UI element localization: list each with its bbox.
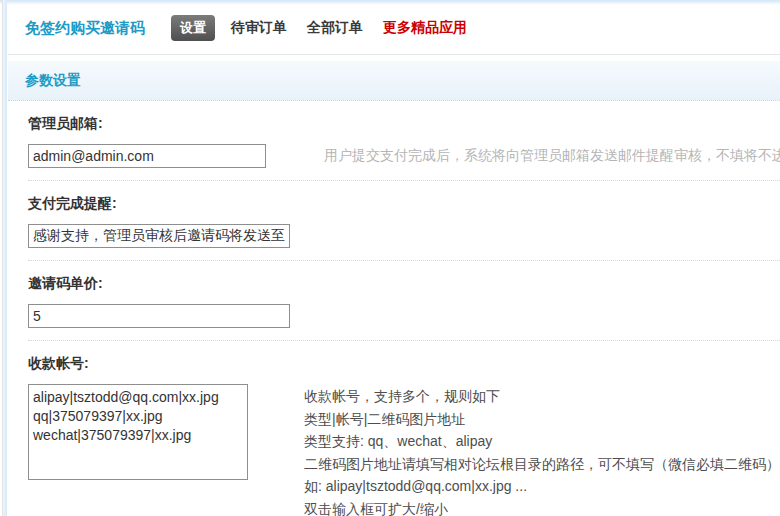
payee-account-textarea[interactable]: alipay|tsztodd@qq.com|xx.jpg qq|37507939…: [28, 384, 248, 480]
invite-price-row: [28, 304, 780, 328]
tab-all-orders[interactable]: 全部订单: [307, 19, 363, 37]
admin-email-label: 管理员邮箱:: [28, 115, 780, 133]
payee-account-label: 收款帐号:: [28, 355, 780, 373]
invite-price-label: 邀请码单价:: [28, 275, 780, 293]
tab-pending-orders[interactable]: 待审订单: [231, 19, 287, 37]
payee-account-rules: 收款帐号，支持多个，规则如下 类型|帐号|二维码图片地址 类型支持: qq、we…: [304, 384, 780, 516]
rule-line: 如: alipay|tsztodd@qq.com|xx.jpg ...: [304, 475, 780, 498]
panel-left-border: [2, 0, 7, 516]
page-title: 免签约购买邀请码: [25, 19, 145, 38]
settings-page: 免签约购买邀请码 设置 待审订单 全部订单 更多精品应用 参数设置 管理员邮箱:…: [8, 0, 780, 516]
payee-account-row: alipay|tsztodd@qq.com|xx.jpg qq|37507939…: [28, 384, 780, 516]
rule-line: 二维码图片地址请填写相对论坛根目录的路径，可不填写（微信必填二维码）: [304, 453, 780, 476]
row-separator: [28, 260, 780, 261]
link-more-apps[interactable]: 更多精品应用: [383, 19, 467, 37]
section-title: 参数设置: [25, 72, 81, 88]
invite-price-input[interactable]: [28, 304, 290, 328]
section-bar: 参数设置: [8, 61, 780, 101]
payment-reminder-label: 支付完成提醒:: [28, 195, 780, 213]
rule-line: 类型支持: qq、wechat、alipay: [304, 430, 780, 453]
admin-email-row: 用户提交支付完成后，系统将向管理员邮箱发送邮件提醒审核，不填将不进行提醒: [28, 144, 780, 168]
header-divider: [8, 54, 780, 55]
payment-reminder-row: [28, 224, 780, 248]
row-separator: [28, 340, 780, 341]
rule-line: 双击输入框可扩大/缩小: [304, 498, 780, 516]
admin-email-input[interactable]: [28, 144, 266, 168]
rule-line: 类型|帐号|二维码图片地址: [304, 408, 780, 431]
admin-email-hint: 用户提交支付完成后，系统将向管理员邮箱发送邮件提醒审核，不填将不进行提醒: [324, 147, 780, 165]
row-separator: [28, 180, 780, 181]
rule-line: 收款帐号，支持多个，规则如下: [304, 385, 780, 408]
settings-form: 管理员邮箱: 用户提交支付完成后，系统将向管理员邮箱发送邮件提醒审核，不填将不进…: [8, 115, 780, 516]
header: 免签约购买邀请码 设置 待审订单 全部订单 更多精品应用: [8, 0, 780, 41]
tab-settings[interactable]: 设置: [171, 15, 215, 41]
payment-reminder-input[interactable]: [28, 224, 290, 248]
